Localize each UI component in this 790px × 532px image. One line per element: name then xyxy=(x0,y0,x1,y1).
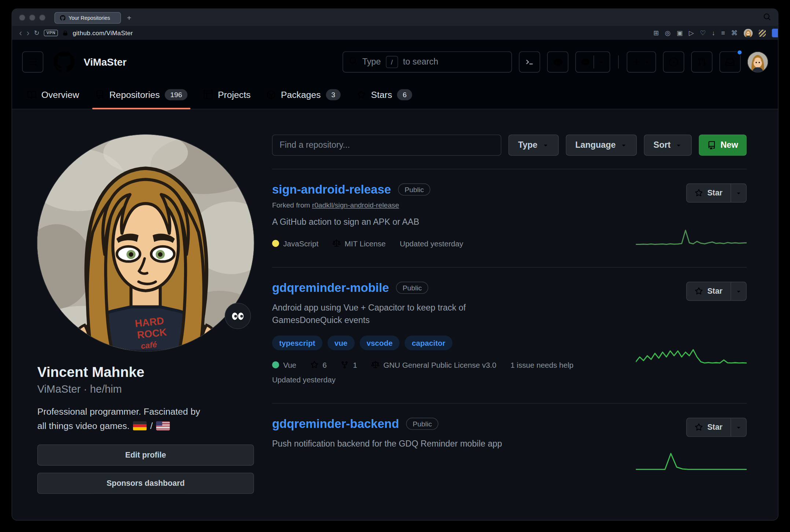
vpn-badge[interactable]: VPN xyxy=(44,30,58,36)
reload-button[interactable]: ↻ xyxy=(34,30,40,36)
topic-tag[interactable]: typescript xyxy=(272,335,322,350)
repo-link[interactable]: sign-android-release xyxy=(272,183,391,197)
star-dropdown-button[interactable] xyxy=(731,282,746,300)
global-search-input[interactable]: Type / to search xyxy=(343,51,512,73)
command-palette-button[interactable] xyxy=(519,51,540,73)
window-controls xyxy=(19,15,45,21)
topic-tag[interactable]: vscode xyxy=(360,335,400,350)
github-favicon xyxy=(60,15,66,21)
close-window-button[interactable] xyxy=(19,15,25,21)
activity-sparkline xyxy=(636,228,746,250)
language-dot-icon xyxy=(272,240,279,247)
tab-packages[interactable]: Packages 3 xyxy=(259,81,349,109)
github-logo[interactable] xyxy=(54,51,75,73)
tab-stars[interactable]: Stars 6 xyxy=(349,81,420,109)
new-tab-button[interactable]: + xyxy=(127,14,131,22)
profile-bio: Professional programmer. Fascinated by a… xyxy=(37,405,254,433)
github-header-area: ViMaSter Type / to search xyxy=(12,40,778,109)
language-filter-button[interactable]: Language xyxy=(566,135,637,156)
create-new-button[interactable] xyxy=(627,51,656,73)
stars-count-badge: 6 xyxy=(397,89,412,100)
forked-from: Forked from r0adkll/sign-android-release xyxy=(272,201,621,209)
command-extension-icon[interactable]: ⌘ xyxy=(731,30,738,36)
back-button[interactable]: ‹ xyxy=(19,29,22,37)
tab-overview[interactable]: Overview xyxy=(19,81,87,109)
chevron-down-icon xyxy=(643,58,650,65)
activity-sparkline xyxy=(636,347,746,369)
repo-actions: Star xyxy=(631,282,747,301)
copilot-chat-dropdown-button[interactable] xyxy=(576,51,610,73)
user-avatar[interactable] xyxy=(748,52,768,72)
list-extension-icon[interactable]: ≡ xyxy=(721,30,725,36)
repo-license: MIT License xyxy=(332,239,386,247)
forked-from-link[interactable]: r0adkll/sign-android-release xyxy=(312,201,399,209)
star-button-group: Star xyxy=(686,282,747,301)
find-repository-input[interactable] xyxy=(272,135,501,156)
profile-avatar[interactable]: HARD ROCK café xyxy=(37,135,254,351)
download-extension-icon[interactable]: ↓ xyxy=(712,30,715,36)
repo-description: Push notification backend for the GDQ Re… xyxy=(272,437,509,450)
repo-actions: Star xyxy=(631,183,747,202)
forward-button[interactable]: › xyxy=(26,29,29,37)
pull-requests-button[interactable] xyxy=(691,51,713,73)
fork-icon xyxy=(341,361,349,369)
repositories-count-badge: 196 xyxy=(165,89,188,100)
new-repository-button[interactable]: New xyxy=(699,135,747,156)
star-button-group: Star xyxy=(686,183,747,202)
tab-search-icon[interactable] xyxy=(763,13,771,22)
lock-icon xyxy=(63,30,68,36)
address-url[interactable]: github.com/ViMaSter xyxy=(73,29,133,36)
tab-repositories[interactable]: Repositories 196 xyxy=(87,81,196,109)
repo-description: A GitHub action to sign an APK or AAB xyxy=(272,216,509,228)
star-icon xyxy=(695,189,703,197)
star-button[interactable]: Star xyxy=(687,184,731,202)
chevron-down-icon xyxy=(735,190,742,197)
repo-fork-count[interactable]: 1 xyxy=(341,360,357,369)
browser-tab-strip: Your Repositories + xyxy=(12,9,778,26)
browser-tab[interactable]: Your Repositories xyxy=(54,12,121,23)
sort-filter-button[interactable]: Sort xyxy=(644,135,692,156)
status-emoji-button[interactable] xyxy=(225,303,251,329)
search-icon xyxy=(349,57,357,67)
star-dropdown-button[interactable] xyxy=(731,418,746,436)
law-icon xyxy=(371,361,379,369)
star-button[interactable]: Star xyxy=(687,418,731,436)
copilot-button[interactable] xyxy=(547,51,569,73)
repo-updated: Updated yesterday xyxy=(400,239,463,247)
topic-tag[interactable]: vue xyxy=(327,335,354,350)
visibility-badge: Public xyxy=(396,282,428,294)
heart-extension-icon[interactable]: ♡ xyxy=(700,30,706,36)
star-icon xyxy=(695,423,703,431)
picture-extension-icon[interactable]: ▣ xyxy=(677,30,683,36)
topic-tag[interactable]: capacitor xyxy=(405,335,452,350)
repo-star-count[interactable]: 6 xyxy=(311,360,327,369)
header-divider xyxy=(618,55,618,69)
help-wanted-link[interactable]: 1 issue needs help xyxy=(510,360,573,369)
tab-projects[interactable]: Projects xyxy=(196,81,259,109)
issues-button[interactable] xyxy=(663,51,684,73)
minimize-window-button[interactable] xyxy=(29,15,35,21)
zoom-window-button[interactable] xyxy=(39,15,45,21)
hatch-extension-icon[interactable] xyxy=(759,29,766,36)
type-filter-button[interactable]: Type xyxy=(508,135,559,156)
chevron-down-icon xyxy=(542,142,549,148)
inbox-button[interactable] xyxy=(720,51,741,73)
edit-profile-button[interactable]: Edit profile xyxy=(37,444,254,466)
desktop: Your Repositories + ‹ › ↻ VPN github.com… xyxy=(0,0,790,532)
sidebar-toggle-icon[interactable] xyxy=(772,29,778,37)
hamburger-menu-button[interactable] xyxy=(22,51,43,73)
share-extension-icon[interactable]: ⊞ xyxy=(653,30,659,36)
repo-language: Vue xyxy=(272,360,296,369)
repo-link[interactable]: gdqreminder-mobile xyxy=(272,280,389,294)
screenshot-extension-icon[interactable]: ◎ xyxy=(665,30,671,36)
repo-link[interactable]: gdqreminder-backend xyxy=(272,417,399,430)
play-extension-icon[interactable]: ▷ xyxy=(689,30,694,36)
browser-profile-avatar[interactable] xyxy=(744,29,753,38)
star-button[interactable]: Star xyxy=(687,282,731,300)
repo-filter-bar: Type Language Sort New xyxy=(272,135,747,156)
repo-meta: Vue 6 1 GNU General Public License xyxy=(272,360,621,369)
chevron-down-icon xyxy=(735,287,742,294)
flag-usa-icon xyxy=(156,421,170,430)
star-dropdown-button[interactable] xyxy=(731,184,746,202)
sponsors-dashboard-button[interactable]: Sponsors dashboard xyxy=(37,473,254,494)
